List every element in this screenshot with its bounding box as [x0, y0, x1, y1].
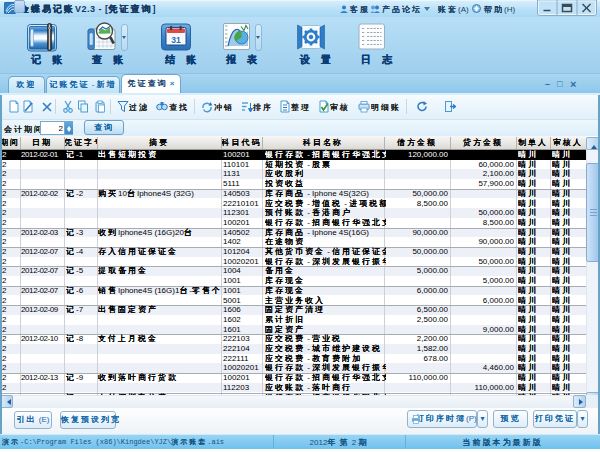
svg-text:31: 31: [171, 35, 181, 45]
